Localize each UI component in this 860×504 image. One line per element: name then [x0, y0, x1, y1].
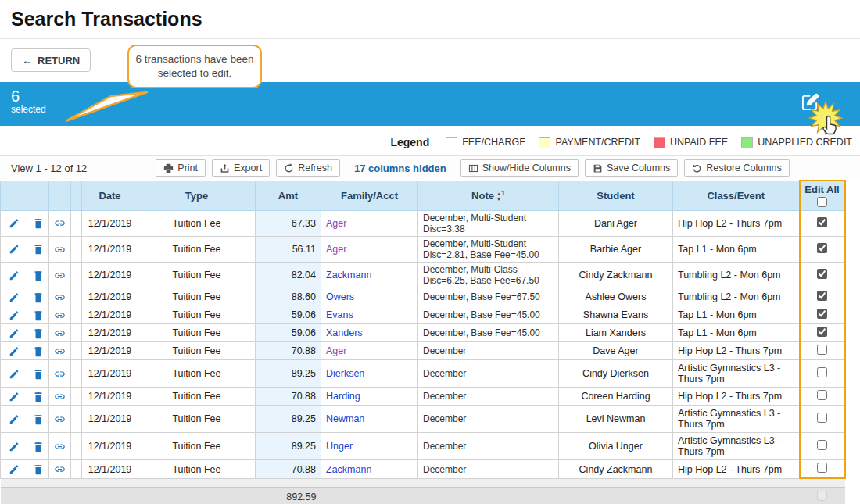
row-delete-button[interactable]	[27, 406, 49, 433]
table-row: 12/1/2019 Tuition Fee 56.11 Ager Decembe…	[1, 236, 845, 262]
legend-title: Legend	[390, 136, 429, 148]
row-select-checkbox[interactable]	[817, 309, 827, 319]
row-edit-button[interactable]	[1, 433, 27, 460]
row-select-checkbox[interactable]	[817, 243, 827, 253]
restore-columns-button[interactable]: Restore Columns	[684, 159, 790, 177]
family-link[interactable]: Newman	[326, 413, 364, 424]
row-select-checkbox[interactable]	[817, 345, 827, 355]
edit-checkbox-cell	[800, 210, 845, 236]
family-link[interactable]: Ager	[326, 244, 346, 255]
row-link-button[interactable]	[49, 288, 71, 306]
family-link[interactable]: Evans	[326, 309, 353, 320]
row-link-button[interactable]	[49, 460, 71, 479]
row-edit-button[interactable]	[1, 342, 27, 360]
row-edit-button[interactable]	[1, 324, 27, 342]
left-arrow-icon: ←	[22, 54, 33, 66]
select-all-checkbox[interactable]	[817, 197, 827, 207]
student-cell: Coreen Harding	[559, 388, 673, 406]
row-delete-button[interactable]	[27, 433, 49, 460]
family-link[interactable]: Zackmann	[326, 270, 371, 281]
row-delete-button[interactable]	[27, 342, 49, 360]
row-select-checkbox[interactable]	[817, 217, 827, 227]
footer-total-row: 892.59	[1, 487, 845, 504]
family-link[interactable]: Owers	[326, 291, 354, 302]
row-delete-button[interactable]	[27, 210, 49, 236]
row-delete-button[interactable]	[27, 388, 49, 406]
row-edit-button[interactable]	[1, 236, 27, 262]
family-cell: Zackmann	[321, 460, 418, 479]
row-delete-button[interactable]	[27, 460, 49, 479]
note-superscript: 1	[501, 189, 505, 197]
row-delete-button[interactable]	[27, 288, 49, 306]
family-link[interactable]: Dierksen	[326, 368, 364, 379]
row-select-checkbox[interactable]	[817, 463, 827, 473]
family-link[interactable]: Unger	[326, 441, 353, 452]
row-edit-button[interactable]	[1, 306, 27, 324]
row-link-button[interactable]	[49, 433, 71, 460]
row-link-button[interactable]	[49, 388, 71, 406]
legend-item-unpaid-fee: UNPAID FEE	[654, 137, 728, 148]
column-header-note[interactable]: Note▲▼1	[418, 181, 559, 210]
edit-checkbox-cell	[800, 306, 845, 324]
row-delete-button[interactable]	[27, 360, 49, 388]
column-header-type: Type	[138, 181, 256, 210]
amount-total: 892.59	[256, 487, 321, 504]
row-select-checkbox[interactable]	[817, 367, 827, 377]
column-header-date: Date	[82, 181, 138, 210]
family-link[interactable]: Xanders	[326, 327, 363, 338]
row-link-button[interactable]	[49, 324, 71, 342]
spacer-column-header	[71, 181, 82, 210]
amount-cell: 89.25	[256, 360, 321, 388]
row-select-checkbox[interactable]	[817, 327, 827, 337]
family-cell: Xanders	[321, 324, 418, 342]
spacer-cell	[71, 388, 82, 406]
row-delete-button[interactable]	[27, 324, 49, 342]
row-delete-button[interactable]	[27, 236, 49, 262]
family-cell: Owers	[321, 288, 418, 306]
note-cell: December	[418, 460, 559, 479]
row-link-button[interactable]	[49, 263, 71, 288]
row-select-checkbox[interactable]	[817, 269, 827, 279]
print-button[interactable]: Print	[156, 159, 206, 177]
table-row: 12/1/2019 Tuition Fee 82.04 Zackmann Dec…	[1, 263, 845, 288]
row-edit-button[interactable]	[1, 288, 27, 306]
row-select-checkbox[interactable]	[817, 390, 827, 400]
type-cell: Tuition Fee	[138, 324, 256, 342]
family-link[interactable]: Ager	[326, 218, 346, 229]
row-delete-button[interactable]	[27, 306, 49, 324]
row-link-button[interactable]	[49, 406, 71, 433]
row-edit-button[interactable]	[1, 263, 27, 288]
unpaid-fee-swatch	[654, 137, 665, 148]
columns-hidden-link[interactable]: 17 columns hidden	[354, 163, 446, 174]
pencil-icon	[9, 310, 20, 321]
refresh-button[interactable]: Refresh	[276, 159, 340, 177]
export-button[interactable]: Export	[212, 159, 270, 177]
row-select-checkbox[interactable]	[817, 440, 827, 450]
date-cell: 12/1/2019	[82, 433, 138, 460]
row-edit-button[interactable]	[1, 210, 27, 236]
save-columns-button[interactable]: Save Columns	[585, 159, 678, 177]
row-link-button[interactable]	[49, 360, 71, 388]
row-select-checkbox[interactable]	[817, 413, 827, 423]
family-link[interactable]: Harding	[326, 391, 360, 402]
row-link-button[interactable]	[49, 236, 71, 262]
legend-item-fee-charge: FEE/CHARGE	[446, 137, 525, 148]
row-edit-button[interactable]	[1, 406, 27, 433]
callout-arrow	[66, 91, 149, 123]
row-select-checkbox[interactable]	[817, 291, 827, 301]
row-link-button[interactable]	[49, 306, 71, 324]
row-edit-button[interactable]	[1, 388, 27, 406]
table-row: 12/1/2019 Tuition Fee 89.25 Unger Decemb…	[1, 433, 845, 460]
type-cell: Tuition Fee	[138, 210, 256, 236]
row-link-button[interactable]	[49, 210, 71, 236]
row-edit-button[interactable]	[1, 360, 27, 388]
spacer-cell	[71, 360, 82, 388]
show-hide-columns-button[interactable]: Show/Hide Columns	[460, 159, 579, 177]
return-button[interactable]: ← RETURN	[11, 48, 91, 72]
row-edit-button[interactable]	[1, 460, 27, 479]
row-delete-button[interactable]	[27, 263, 49, 288]
family-link[interactable]: Ager	[326, 345, 346, 356]
row-link-button[interactable]	[49, 342, 71, 360]
spacer-cell	[71, 288, 82, 306]
family-link[interactable]: Zackmann	[326, 464, 371, 475]
